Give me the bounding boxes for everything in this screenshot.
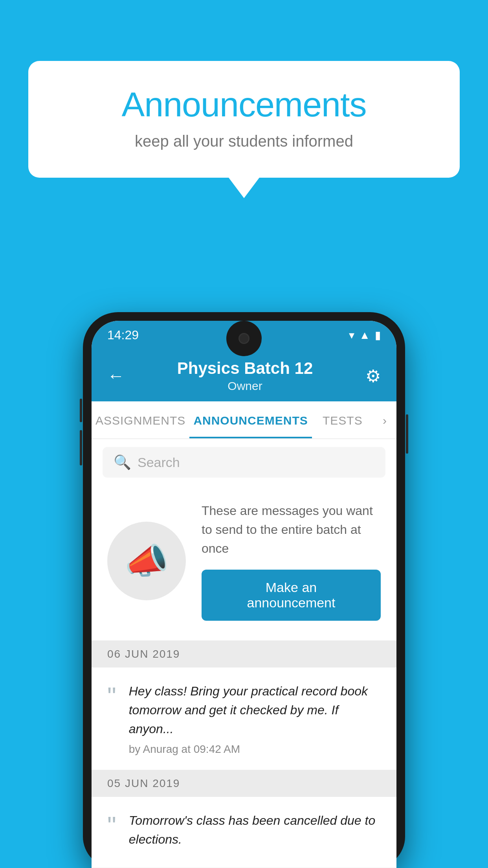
status-icons: ▾ ▲ ▮ [349,329,381,342]
front-camera [238,333,250,344]
volume-up-button [80,399,82,422]
search-container: 🔍 Search [92,439,396,485]
header-title-block: Physics Batch 12 Owner [177,359,313,393]
wifi-icon: ▾ [349,329,354,342]
announcement-text-1: Hey class! Bring your practical record b… [129,682,381,756]
header-title: Physics Batch 12 [177,359,313,378]
phone-wrapper: 14:29 ▾ ▲ ▮ ← Physics Batch 12 Owner ⚙ A… [83,312,405,868]
announcement-text-2: Tomorrow's class has been cancelled due … [129,811,381,853]
phone-outer: 14:29 ▾ ▲ ▮ ← Physics Batch 12 Owner ⚙ A… [83,312,405,868]
power-button [406,414,408,454]
megaphone-icon: 📣 [125,541,169,582]
speech-bubble: Announcements keep all your students inf… [28,61,460,178]
tab-assignments[interactable]: ASSIGNMENTS [92,401,189,438]
volume-down-button [80,430,82,465]
phone-screen: 14:29 ▾ ▲ ▮ ← Physics Batch 12 Owner ⚙ A… [92,321,396,868]
announcement-item-1[interactable]: " Hey class! Bring your practical record… [92,668,396,770]
make-announcement-button[interactable]: Make an announcement [202,570,381,621]
header-subtitle: Owner [177,379,313,393]
battery-icon: ▮ [375,329,381,342]
phone-notch [226,321,262,356]
signal-icon: ▲ [359,329,370,342]
announcement-message-2: Tomorrow's class has been cancelled due … [129,811,381,849]
cta-icon-circle: 📣 [107,522,186,600]
announcement-message-1: Hey class! Bring your practical record b… [129,682,381,738]
cta-right: These are messages you want to send to t… [202,501,381,621]
cta-description: These are messages you want to send to t… [202,501,381,558]
search-box[interactable]: 🔍 Search [103,447,385,478]
announcement-item-2[interactable]: " Tomorrow's class has been cancelled du… [92,797,396,868]
tab-tests[interactable]: TESTS [312,401,373,438]
status-time: 14:29 [107,328,139,342]
search-input[interactable]: Search [138,455,180,470]
back-button[interactable]: ← [107,366,125,386]
speech-bubble-container: Announcements keep all your students inf… [28,61,460,178]
search-icon: 🔍 [114,454,131,471]
bubble-subtitle: keep all your students informed [60,132,428,150]
settings-icon[interactable]: ⚙ [365,366,381,386]
tab-announcements[interactable]: ANNOUNCEMENTS [189,401,312,438]
quote-icon-1: " [107,684,116,709]
bubble-title: Announcements [60,85,428,125]
quote-icon-2: " [107,813,116,839]
announcement-meta-1: by Anurag at 09:42 AM [129,743,381,756]
cta-section: 📣 These are messages you want to send to… [92,485,396,641]
date-header-2: 05 JUN 2019 [92,770,396,797]
tab-more[interactable]: › [373,401,396,438]
tabs-bar: ASSIGNMENTS ANNOUNCEMENTS TESTS › [92,401,396,439]
date-header-1: 06 JUN 2019 [92,641,396,668]
